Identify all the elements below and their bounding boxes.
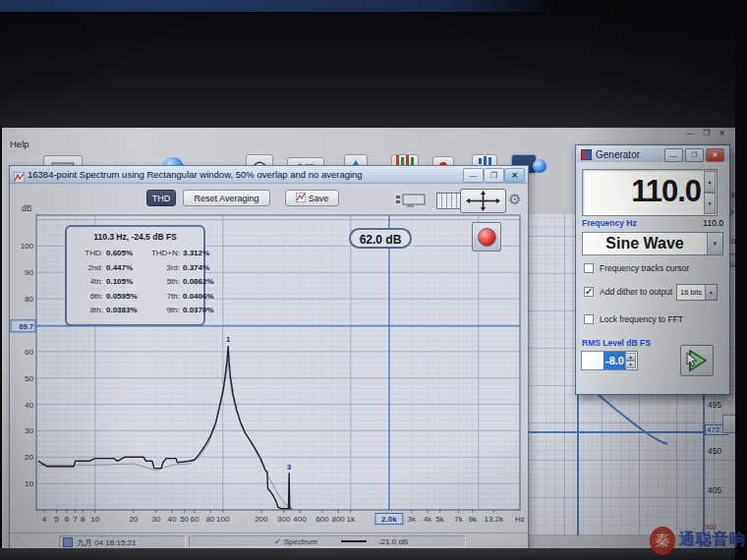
y-tick-label: 20 bbox=[25, 453, 33, 462]
thd-info-header: 110.3 Hz, -24.5 dB FS bbox=[67, 232, 203, 242]
option-lock-frequency[interactable]: Lock frequency to FFT bbox=[584, 314, 683, 324]
option-add-dither[interactable]: Add dither to output bbox=[584, 287, 672, 297]
generator-close-button[interactable]: ✕ bbox=[706, 148, 724, 162]
x-tick-label: 7k bbox=[454, 515, 463, 524]
spectrum-maximize-button[interactable]: ❐ bbox=[484, 168, 504, 183]
x-tick-label: 4k bbox=[424, 515, 432, 524]
checkbox-checked-icon[interactable] bbox=[584, 287, 594, 297]
y-tick-label: 50 bbox=[25, 374, 33, 383]
option-label: Add dither to output bbox=[600, 287, 672, 297]
x-tick-label: 300 bbox=[277, 515, 291, 524]
frequency-label: Frequency Hz bbox=[582, 218, 637, 228]
menu-help[interactable]: Help bbox=[10, 139, 29, 149]
harmonic-marker: 3 bbox=[287, 463, 291, 472]
option-label: Lock frequency to FFT bbox=[600, 314, 683, 324]
watermark: 秦 360 通聪音响 www.------.com bbox=[644, 521, 747, 560]
info-cell: 8th: bbox=[75, 306, 106, 314]
app-window-controls: — ❐ ✕ bbox=[686, 129, 725, 138]
record-button[interactable] bbox=[472, 222, 501, 252]
generator-window-controls: — ❐ ✕ bbox=[664, 148, 724, 162]
spectrum-window-title: 16384-point Spectrum using Rectangular w… bbox=[28, 169, 363, 180]
spectrum-close-button[interactable]: ✕ bbox=[504, 168, 525, 183]
waveform-dropdown-arrow-icon[interactable]: ▼ bbox=[707, 233, 722, 254]
x-axis-unit: Hz bbox=[515, 515, 525, 524]
x-tick-label: 60 bbox=[190, 515, 199, 524]
y-tick-label: 30 bbox=[25, 426, 33, 435]
option-frequency-tracks-cursor[interactable]: Frequency tracks cursor bbox=[584, 263, 689, 273]
generator-titlebar[interactable]: Generator — ❐ ✕ bbox=[577, 146, 728, 162]
y-tick-label: 100 bbox=[21, 242, 34, 251]
x-tick-label: 30 bbox=[151, 515, 160, 524]
generator-window-icon bbox=[581, 149, 592, 160]
y-tick-label: 10 bbox=[25, 479, 33, 488]
info-cell: 6th: bbox=[75, 292, 106, 301]
info-cell: 0.105% bbox=[106, 277, 145, 286]
frequency-down-button[interactable]: ▼ bbox=[704, 193, 716, 214]
y-tick-label: 80 bbox=[25, 295, 33, 304]
rms-spinner-buttons: ▲ ▼ bbox=[625, 353, 636, 368]
waveform-select[interactable]: Sine Wave ▼ bbox=[582, 232, 723, 255]
info-cell: THD+N: bbox=[145, 249, 183, 257]
info-cell: 9th: bbox=[145, 306, 183, 314]
spectrum-window-icon bbox=[14, 169, 25, 187]
scrollbar-button[interactable] bbox=[722, 415, 735, 433]
spectrum-titlebar[interactable]: 16384-point Spectrum using Rectangular w… bbox=[10, 166, 528, 184]
app-minimize-button[interactable]: — bbox=[686, 129, 694, 138]
spectrum-statusbar: 九月 04 16:15:21 ✓ Spectrum -21.0 dB bbox=[10, 532, 528, 548]
info-cell: 5th: bbox=[145, 277, 183, 286]
x-tick-label: 40 bbox=[168, 515, 177, 524]
info-cell: 0.0406% bbox=[183, 292, 224, 301]
info-cell: 0.0862% bbox=[183, 277, 224, 286]
x-tick-label: 50 bbox=[180, 515, 189, 524]
x-tick-label: 400 bbox=[293, 515, 307, 524]
x-tick-label: 800 bbox=[331, 515, 345, 524]
calendar-icon bbox=[63, 537, 73, 547]
generator-minimize-button[interactable]: — bbox=[664, 148, 683, 162]
x-tick-label: 80 bbox=[206, 515, 215, 524]
bg-axis-tick: 495 bbox=[708, 400, 721, 410]
record-icon bbox=[478, 228, 496, 247]
rms-level-label: RMS Level dB FS bbox=[582, 338, 651, 348]
generator-window-title: Generator bbox=[596, 149, 640, 160]
rms-up-button[interactable]: ▲ bbox=[625, 353, 636, 361]
thd-info-grid: THD:0.605%THD+N:3.312%2nd:0.447%3rd:0.37… bbox=[75, 249, 203, 314]
info-cell: THD: bbox=[75, 249, 106, 257]
info-cell: 3.312% bbox=[183, 249, 224, 257]
thd-info-box: 110.3 Hz, -24.5 dB FS THD:0.605%THD+N:3.… bbox=[65, 225, 205, 326]
rms-level-spinner[interactable]: -8.0 ▲ ▼ bbox=[581, 351, 638, 370]
x-tick-label: 100 bbox=[216, 515, 230, 524]
rms-down-button[interactable]: ▼ bbox=[625, 361, 636, 368]
bg-axis-tick: 450 bbox=[708, 446, 721, 456]
y-cursor-value: 69.7 bbox=[19, 322, 33, 331]
frequency-display[interactable]: 110.0 ▲ ▼ bbox=[582, 169, 718, 216]
y-tick-label: 60 bbox=[25, 348, 33, 357]
small-sphere-icon[interactable] bbox=[533, 159, 546, 173]
spectrum-trace-checkbox[interactable]: ✓ bbox=[274, 537, 281, 546]
statusbar-datetime: 九月 04 16:15:21 bbox=[59, 535, 186, 548]
x-tick-label: 1k bbox=[347, 515, 356, 524]
x-tick-label: 10 bbox=[90, 515, 99, 524]
spectrum-window: 16384-point Spectrum using Rectangular w… bbox=[9, 165, 529, 548]
x-tick-label: 5 bbox=[54, 515, 59, 524]
info-cell: 0.374% bbox=[183, 263, 224, 272]
option-label: Frequency tracks cursor bbox=[600, 263, 689, 273]
photo-right-edge bbox=[735, 0, 747, 560]
checkbox-unchecked-icon[interactable] bbox=[584, 263, 594, 273]
x-tick-label: 5k bbox=[435, 515, 444, 524]
generator-play-button[interactable] bbox=[680, 345, 714, 376]
dither-bits-select[interactable]: 16 bits ▼ bbox=[676, 284, 718, 301]
x-tick-label: 6 bbox=[65, 515, 70, 524]
play-icon bbox=[681, 346, 713, 375]
bits-dropdown-arrow-icon[interactable]: ▼ bbox=[705, 285, 717, 300]
app-maximize-button[interactable]: ❐ bbox=[703, 129, 710, 138]
x-tick-label: 7 bbox=[73, 515, 78, 524]
spectrum-trace-label: Spectrum bbox=[284, 537, 317, 546]
app-close-button[interactable]: ✕ bbox=[718, 129, 725, 138]
generator-maximize-button[interactable]: ❐ bbox=[685, 148, 704, 162]
frequency-up-button[interactable]: ▲ bbox=[704, 171, 716, 193]
frequency-value: 110.0 bbox=[703, 218, 723, 228]
trace-level-value: -21.0 dB bbox=[378, 537, 408, 546]
spectrum-minimize-button[interactable]: — bbox=[463, 168, 484, 183]
photo-dark-area bbox=[0, 0, 747, 128]
checkbox-unchecked-icon[interactable] bbox=[584, 314, 594, 324]
